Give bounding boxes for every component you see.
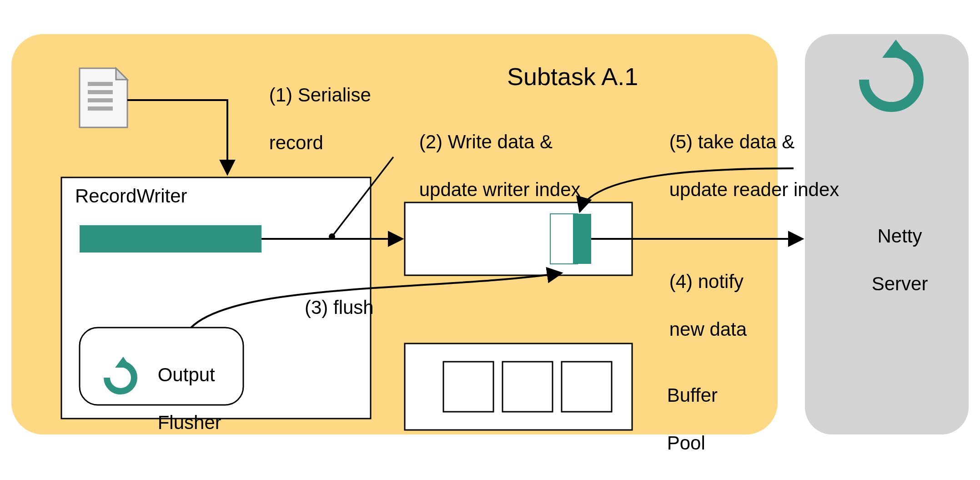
serialised-bar xyxy=(80,225,261,253)
document-icon xyxy=(80,68,127,127)
step-1-label: (1) Serialise record xyxy=(248,59,371,179)
netty-server-label: Netty Server xyxy=(850,200,928,320)
buffer-pool-slot xyxy=(503,362,553,412)
record-writer-label: RecordWriter xyxy=(75,184,187,208)
buffer-pool-label: Buffer Pool xyxy=(646,359,718,479)
svg-rect-0 xyxy=(88,82,113,86)
svg-rect-2 xyxy=(88,98,113,102)
buffer-pool-slot xyxy=(562,362,612,412)
output-flusher-label: Output Flusher xyxy=(136,339,221,459)
step-4-label: (4) notify new data xyxy=(648,246,747,365)
svg-rect-3 xyxy=(88,106,113,111)
subtask-title: Subtask A.1 xyxy=(507,61,638,92)
step-2-label: (2) Write data & update writer index xyxy=(398,106,581,226)
diagram-root: Subtask A.1 (1) Serialise record (2) Wri… xyxy=(0,0,980,480)
step-5-label: (5) take data & update reader index xyxy=(648,106,839,226)
step-3-label: (3) flush xyxy=(305,296,374,320)
pointer-dot xyxy=(329,233,335,240)
svg-rect-1 xyxy=(88,90,113,94)
buffer-pool-slot xyxy=(443,362,493,412)
